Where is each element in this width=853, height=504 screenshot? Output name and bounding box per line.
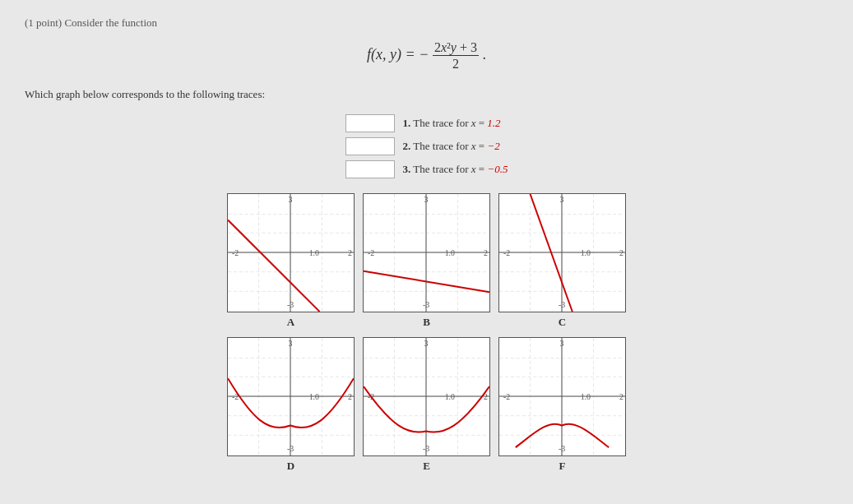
graph-wrapper-C: 3 -3 -2 1.0 2 C [498,193,626,329]
svg-text:-2: -2 [368,248,374,257]
graph-canvas-D: 3 -3 -2 1.0 2 [227,337,355,456]
svg-text:-3: -3 [423,300,429,309]
trace-label-3: 3. The trace for x = −0.5 [403,163,508,176]
graph-svg-E: 3 -3 -2 1.0 2 [364,338,489,455]
svg-text:1.0: 1.0 [445,248,455,257]
svg-text:1.0: 1.0 [309,248,319,257]
function-display: f(x, y) = − 2x²y + 3 2 . [25,39,828,72]
graph-svg-B: 3 -3 -2 1.0 2 [364,194,489,312]
trace-input-3[interactable] [345,160,395,178]
traces-section: 1. The trace for x = 1.2 2. The trace fo… [25,114,828,178]
svg-text:-3: -3 [423,444,429,453]
svg-text:-3: -3 [287,444,294,453]
svg-text:-3: -3 [559,300,565,309]
fraction-denominator: 2 [451,56,461,72]
trace-item-2: 2. The trace for x = −2 [345,137,508,155]
trace-label-2: 2. The trace for x = −2 [403,140,500,153]
function-fraction: 2x²y + 3 2 [433,39,479,72]
graph-wrapper-D: 3 -3 -2 1.0 2 [227,337,355,473]
graph-svg-C: 3 -3 -2 1.0 2 [499,194,625,312]
graph-label-D: D [287,460,294,473]
trace-input-2[interactable] [345,137,395,155]
graph-canvas-C: 3 -3 -2 1.0 2 [498,193,626,312]
svg-text:3: 3 [560,195,564,204]
traces-list: 1. The trace for x = 1.2 2. The trace fo… [345,114,508,178]
graph-label-C: C [559,316,566,329]
graphs-bottom-row: 3 -3 -2 1.0 2 [227,337,626,473]
graphs-top-row: 3 -3 -2 1.0 2 [227,193,626,329]
svg-text:2: 2 [619,392,624,401]
trace-item-1: 1. The trace for x = 1.2 [345,114,508,132]
svg-line-15 [228,220,319,312]
svg-text:2: 2 [348,248,352,257]
graph-wrapper-B: 3 -3 -2 1.0 2 B [363,193,490,329]
trace-input-1[interactable] [345,114,395,132]
svg-text:3: 3 [424,339,429,348]
trace-label-1: 1. The trace for x = 1.2 [403,117,501,130]
svg-text:2: 2 [484,248,488,257]
svg-text:-3: -3 [287,300,294,309]
fraction-numerator: 2x²y + 3 [433,39,479,56]
svg-text:3: 3 [424,195,429,204]
graph-label-F: F [559,460,566,473]
svg-text:1.0: 1.0 [309,392,319,401]
graphs-container: 3 -3 -2 1.0 2 [25,193,828,473]
svg-text:1.0: 1.0 [581,392,591,401]
svg-text:2: 2 [348,392,352,401]
svg-text:-2: -2 [503,248,510,257]
graph-svg-F: 3 -3 -2 1.0 2 [499,338,625,455]
svg-text:3: 3 [289,339,293,348]
svg-text:3: 3 [289,195,293,204]
graph-canvas-F: 3 -3 -2 1.0 2 [498,337,626,456]
svg-text:3: 3 [560,339,564,348]
graph-canvas-A: 3 -3 -2 1.0 2 [227,193,355,312]
svg-text:1.0: 1.0 [581,248,591,257]
function-period: . [482,46,486,62]
function-lhs: f(x, y) = − [367,46,429,62]
graph-canvas-B: 3 -3 -2 1.0 2 [363,193,490,312]
question-text: Which graph below corresponds to the fol… [25,88,828,101]
svg-text:-2: -2 [232,248,239,257]
graph-wrapper-F: 3 -3 -2 1.0 2 F [498,337,626,473]
graph-canvas-E: 3 -3 -2 1.0 2 [363,337,490,456]
svg-text:-3: -3 [559,444,565,453]
graph-svg-D: 3 -3 -2 1.0 2 [228,338,354,455]
graph-label-B: B [423,316,430,329]
trace-item-3: 3. The trace for x = −0.5 [345,160,508,178]
graph-wrapper-E: 3 -3 -2 1.0 2 E [363,337,490,473]
svg-text:1.0: 1.0 [445,392,455,401]
svg-text:-2: -2 [503,392,510,401]
graph-svg-A: 3 -3 -2 1.0 2 [228,194,354,312]
svg-text:2: 2 [619,248,624,257]
graph-wrapper-A: 3 -3 -2 1.0 2 [227,193,355,329]
point-label: (1 point) Consider the function [25,16,828,30]
graph-label-E: E [423,460,430,473]
graph-label-A: A [287,316,294,329]
